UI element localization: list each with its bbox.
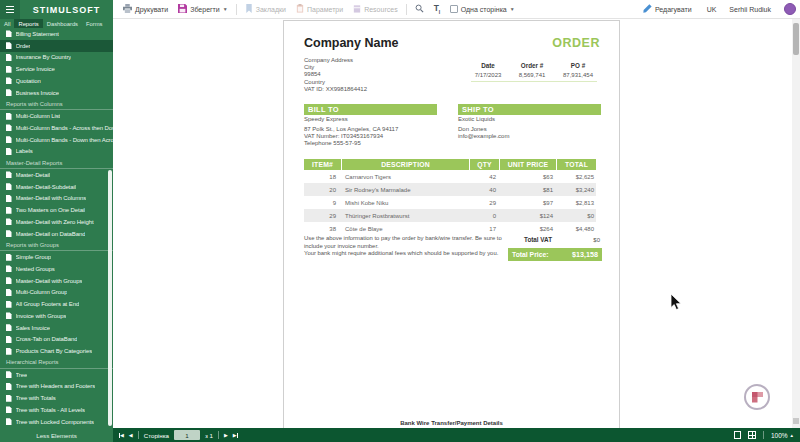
sidebar-item[interactable]: Master-Detail with Columns <box>0 193 113 205</box>
sidebar-item[interactable]: Master-Detail with Zero Height <box>0 216 113 228</box>
pencil-icon <box>643 4 652 14</box>
table-cell-description: Carnarvon Tigers <box>342 174 469 180</box>
sidebar-item-label: Labels <box>16 148 33 154</box>
table-cell-unit_price: $264 <box>499 226 556 232</box>
table-row: 9Mishi Kobe Niku29$97$2,813 <box>304 196 596 209</box>
table-row: 38Côte de Blaye17$264$4,480 <box>304 222 596 235</box>
sidebar-item[interactable]: Tree <box>0 369 113 381</box>
text-fields-icon: TI <box>434 4 441 15</box>
print-button[interactable]: Друкувати <box>118 0 173 19</box>
next-page-button[interactable]: ▶ <box>224 433 228 438</box>
last-page-button[interactable]: ▶ <box>233 433 238 438</box>
sidebar-item-label: Multi-Column Bands - Down then Across <box>16 137 114 143</box>
sidebar-item[interactable]: Master-Detail on DataBand <box>0 228 113 240</box>
find-button[interactable] <box>410 0 429 19</box>
edit-button[interactable]: Редагувати <box>641 0 694 19</box>
sidebar-scrollbar-thumb[interactable] <box>108 170 112 426</box>
hamburger-menu-button[interactable] <box>0 0 20 19</box>
sidebar-item[interactable]: Tree with Locked Components <box>0 416 113 428</box>
sidebar-item[interactable]: Master-Detail-Subdetail <box>0 181 113 193</box>
document-icon <box>6 418 12 425</box>
sidebar-item[interactable]: Products Chart By Categories <box>0 345 113 357</box>
language-selector[interactable]: UK <box>707 6 717 13</box>
fit-width-icon[interactable] <box>748 431 756 439</box>
sidebar-item[interactable]: Invoice with Groups <box>0 310 113 322</box>
sidebar-item[interactable]: Multi-Column Bands - Across then Down <box>0 122 113 134</box>
sidebar-item-label: Multi-Column Bands - Across then Down <box>16 125 114 131</box>
sidebar-item-label: Sales Invoice <box>16 325 50 331</box>
editable-fields-button[interactable]: TI <box>429 0 446 19</box>
zoom-level-button[interactable]: 100% ▲ <box>771 432 794 439</box>
scrollbar-thumb[interactable] <box>793 23 799 55</box>
table-cell-item: 29 <box>304 213 342 219</box>
sidebar-item[interactable]: All Group Footers at End <box>0 298 113 310</box>
page-number-input[interactable]: 1 <box>174 430 200 440</box>
view-mode-checkbox[interactable] <box>450 5 458 13</box>
logo-block: STIMULSOFT <box>0 0 113 19</box>
status-bar: Less Elements ◀ ◀ Сторінка 1 з 1 ▶ ▶ 100… <box>0 428 800 442</box>
sidebar-item-label: Tree <box>16 372 28 378</box>
invoice-table: ITEM# DESCRIPTION QTY UNIT PRICE TOTAL 1… <box>304 159 596 235</box>
document-icon <box>6 395 12 402</box>
invoice-table-header: ITEM# DESCRIPTION QTY UNIT PRICE TOTAL <box>304 159 596 170</box>
sidebar-list: Billing StatementOrderInsurance By Count… <box>0 28 113 428</box>
sidebar-item[interactable]: Two Masters on One Detail <box>0 204 113 216</box>
sidebar-item[interactable]: Tree with Headers and Footers <box>0 381 113 393</box>
tab-forms[interactable]: Forms <box>82 19 106 28</box>
clipboard-icon <box>296 4 304 14</box>
tab-all[interactable]: All <box>0 19 14 28</box>
sidebar-item[interactable]: Sales Invoice <box>0 322 113 334</box>
sidebar-item[interactable]: Labels <box>0 146 113 158</box>
less-elements-button[interactable]: Less Elements <box>0 428 113 442</box>
table-cell-item: 18 <box>304 174 342 180</box>
sidebar-item[interactable]: Master-Detail with Groups <box>0 275 113 287</box>
assistant-button[interactable] <box>744 384 770 410</box>
document-icon <box>6 195 12 202</box>
save-button[interactable]: Зберегти ▼ <box>173 0 232 19</box>
sidebar-item[interactable]: Simple Group <box>0 251 113 263</box>
sidebar-item[interactable]: Tree with Totals <box>0 392 113 404</box>
sidebar-section-header: Reports with Columns <box>0 99 113 111</box>
user-name[interactable]: Serhii Rudiuk <box>729 6 771 13</box>
document-icon <box>6 30 12 37</box>
document-icon <box>6 371 12 378</box>
top-toolbar: STIMULSOFT Друкувати Зберегти ▼ Закладки… <box>0 0 800 19</box>
sidebar-item[interactable]: Insurance By Country <box>0 52 113 64</box>
tab-reports[interactable]: Reports <box>14 19 42 28</box>
sidebar-item[interactable]: Billing Statement <box>0 28 113 40</box>
sidebar-item[interactable]: Multi-Column Bands - Down then Across <box>0 134 113 146</box>
sidebar-item-label: Service Invoice <box>16 66 55 72</box>
first-page-button[interactable]: ◀ <box>119 433 124 438</box>
sidebar-item[interactable]: Service Invoice <box>0 63 113 75</box>
table-cell-qty: 17 <box>469 226 499 232</box>
mouse-cursor <box>670 293 682 315</box>
sidebar-item[interactable]: Multi-Column Group <box>0 287 113 299</box>
table-cell-total: $2,625 <box>556 174 596 180</box>
toolbar-right-group: Редагувати UK Serhii Rudiuk <box>641 0 800 19</box>
document-icon <box>6 89 12 96</box>
user-avatar[interactable] <box>784 3 796 15</box>
sidebar-item[interactable]: Order <box>0 40 113 52</box>
vertical-scrollbar[interactable] <box>792 19 800 428</box>
sidebar-item-label: Master-Detail <box>16 172 50 178</box>
sidebar-item[interactable]: Tree with Totals - All Levels <box>0 404 113 416</box>
chevron-down-icon: ▼ <box>223 6 228 12</box>
document-icon <box>6 148 12 155</box>
table-cell-description: Mishi Kobe Niku <box>342 200 469 206</box>
bill-to-header: BILL TO <box>304 104 437 115</box>
view-mode-button[interactable]: Одна сторінка ▼ <box>445 0 519 19</box>
table-cell-item: 20 <box>304 187 342 193</box>
previous-page-button[interactable]: ◀ <box>129 433 133 438</box>
fit-page-icon[interactable] <box>734 431 741 439</box>
sidebar-item[interactable]: Nested Groups <box>0 263 113 275</box>
sidebar-item[interactable]: Master-Detail <box>0 169 113 181</box>
sidebar-item[interactable]: Cross-Tab on DataBand <box>0 334 113 346</box>
bookmarks-button: Закладки <box>240 0 291 19</box>
sidebar-item[interactable]: Multi-Column List <box>0 110 113 122</box>
sidebar-item[interactable]: Quotation <box>0 75 113 87</box>
document-icon <box>6 124 12 131</box>
sidebar-item[interactable]: Business Invoice <box>0 87 113 99</box>
document-icon <box>6 42 12 49</box>
tab-dashboards[interactable]: Dashboards <box>43 19 82 28</box>
table-cell-unit_price: $124 <box>499 213 556 219</box>
